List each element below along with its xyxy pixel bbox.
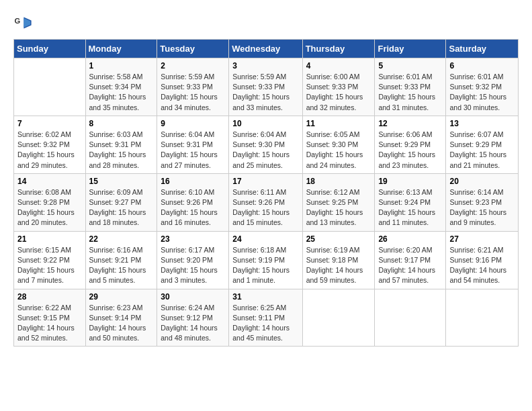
calendar-cell: 9Sunrise: 6:04 AM Sunset: 9:31 PM Daylig… [157, 116, 229, 173]
day-number: 23 [161, 234, 225, 244]
calendar-cell: 3Sunrise: 5:59 AM Sunset: 9:33 PM Daylig… [229, 58, 302, 116]
svg-text:G: G [14, 17, 20, 25]
calendar-cell: 8Sunrise: 6:03 AM Sunset: 9:31 PM Daylig… [85, 116, 157, 173]
day-number: 7 [17, 119, 82, 128]
day-number: 19 [378, 177, 442, 186]
calendar-cell: 17Sunrise: 6:11 AM Sunset: 9:26 PM Dayli… [229, 173, 302, 231]
calendar-cell: 10Sunrise: 6:04 AM Sunset: 9:30 PM Dayli… [229, 116, 302, 173]
calendar-cell: 29Sunrise: 6:23 AM Sunset: 9:14 PM Dayli… [85, 289, 157, 347]
day-number: 14 [17, 177, 82, 186]
calendar-week-row: 14Sunrise: 6:08 AM Sunset: 9:28 PM Dayli… [14, 173, 519, 231]
calendar-cell: 1Sunrise: 5:58 AM Sunset: 9:34 PM Daylig… [85, 58, 157, 116]
day-info: Sunrise: 6:05 AM Sunset: 9:30 PM Dayligh… [306, 130, 371, 171]
day-info: Sunrise: 6:13 AM Sunset: 9:24 PM Dayligh… [378, 187, 442, 228]
calendar-cell: 7Sunrise: 6:02 AM Sunset: 9:32 PM Daylig… [14, 116, 86, 173]
day-number: 30 [161, 292, 225, 302]
calendar-cell: 16Sunrise: 6:10 AM Sunset: 9:26 PM Dayli… [157, 173, 229, 231]
calendar-cell: 13Sunrise: 6:07 AM Sunset: 9:29 PM Dayli… [446, 116, 519, 173]
day-info: Sunrise: 6:04 AM Sunset: 9:30 PM Dayligh… [232, 130, 298, 171]
day-info: Sunrise: 5:59 AM Sunset: 9:33 PM Dayligh… [232, 72, 298, 113]
day-number: 16 [161, 177, 225, 186]
weekday-header-wednesday: Wednesday [229, 40, 302, 58]
weekday-header-sunday: Sunday [14, 40, 86, 58]
day-info: Sunrise: 6:00 AM Sunset: 9:33 PM Dayligh… [306, 72, 371, 113]
weekday-header-saturday: Saturday [446, 40, 519, 58]
day-number: 11 [306, 119, 371, 128]
calendar-week-row: 21Sunrise: 6:15 AM Sunset: 9:22 PM Dayli… [14, 231, 519, 289]
day-number: 25 [306, 234, 371, 244]
day-number: 8 [89, 119, 154, 128]
day-number: 13 [449, 119, 515, 128]
calendar-cell: 12Sunrise: 6:06 AM Sunset: 9:29 PM Dayli… [375, 116, 446, 173]
day-number: 17 [232, 177, 298, 186]
day-number: 29 [89, 292, 154, 302]
day-info: Sunrise: 5:58 AM Sunset: 9:34 PM Dayligh… [89, 72, 154, 113]
day-info: Sunrise: 6:24 AM Sunset: 9:12 PM Dayligh… [161, 303, 225, 344]
calendar-cell: 19Sunrise: 6:13 AM Sunset: 9:24 PM Dayli… [375, 173, 446, 231]
calendar-cell: 23Sunrise: 6:17 AM Sunset: 9:20 PM Dayli… [157, 231, 229, 289]
calendar-cell [14, 58, 86, 116]
day-info: Sunrise: 6:20 AM Sunset: 9:17 PM Dayligh… [378, 245, 442, 286]
calendar-cell: 2Sunrise: 5:59 AM Sunset: 9:33 PM Daylig… [157, 58, 229, 116]
calendar-cell: 11Sunrise: 6:05 AM Sunset: 9:30 PM Dayli… [302, 116, 375, 173]
calendar-cell: 30Sunrise: 6:24 AM Sunset: 9:12 PM Dayli… [157, 289, 229, 347]
day-number: 15 [89, 177, 154, 186]
calendar-body: 1Sunrise: 5:58 AM Sunset: 9:34 PM Daylig… [14, 58, 519, 347]
calendar-cell: 5Sunrise: 6:01 AM Sunset: 9:33 PM Daylig… [375, 58, 446, 116]
day-number: 2 [161, 61, 225, 71]
calendar-cell: 21Sunrise: 6:15 AM Sunset: 9:22 PM Dayli… [14, 231, 86, 289]
day-info: Sunrise: 6:15 AM Sunset: 9:22 PM Dayligh… [17, 245, 82, 286]
day-info: Sunrise: 6:11 AM Sunset: 9:26 PM Dayligh… [232, 187, 298, 228]
day-info: Sunrise: 6:23 AM Sunset: 9:14 PM Dayligh… [89, 303, 154, 344]
day-info: Sunrise: 6:02 AM Sunset: 9:32 PM Dayligh… [17, 130, 82, 171]
calendar-cell: 20Sunrise: 6:14 AM Sunset: 9:23 PM Dayli… [446, 173, 519, 231]
day-info: Sunrise: 6:09 AM Sunset: 9:27 PM Dayligh… [89, 187, 154, 228]
weekday-header-row: SundayMondayTuesdayWednesdayThursdayFrid… [14, 40, 519, 58]
calendar-cell: 31Sunrise: 6:25 AM Sunset: 9:11 PM Dayli… [229, 289, 302, 347]
calendar-cell: 25Sunrise: 6:19 AM Sunset: 9:18 PM Dayli… [302, 231, 375, 289]
day-info: Sunrise: 6:25 AM Sunset: 9:11 PM Dayligh… [232, 303, 298, 344]
calendar-cell: 18Sunrise: 6:12 AM Sunset: 9:25 PM Dayli… [302, 173, 375, 231]
day-info: Sunrise: 6:12 AM Sunset: 9:25 PM Dayligh… [306, 187, 371, 228]
calendar-cell: 26Sunrise: 6:20 AM Sunset: 9:17 PM Dayli… [375, 231, 446, 289]
calendar-cell [446, 289, 519, 347]
day-number: 21 [17, 234, 82, 244]
calendar-cell: 14Sunrise: 6:08 AM Sunset: 9:28 PM Dayli… [14, 173, 86, 231]
day-number: 20 [449, 177, 515, 186]
calendar-week-row: 28Sunrise: 6:22 AM Sunset: 9:15 PM Dayli… [14, 289, 519, 347]
day-number: 12 [378, 119, 442, 128]
day-number: 18 [306, 177, 371, 186]
calendar-cell: 22Sunrise: 6:16 AM Sunset: 9:21 PM Dayli… [85, 231, 157, 289]
day-number: 3 [232, 61, 298, 71]
day-info: Sunrise: 6:08 AM Sunset: 9:28 PM Dayligh… [17, 187, 82, 228]
calendar-cell: 24Sunrise: 6:18 AM Sunset: 9:19 PM Dayli… [229, 231, 302, 289]
day-info: Sunrise: 6:14 AM Sunset: 9:23 PM Dayligh… [449, 187, 515, 228]
weekday-header-tuesday: Tuesday [157, 40, 229, 58]
calendar-cell [375, 289, 446, 347]
calendar-cell: 28Sunrise: 6:22 AM Sunset: 9:15 PM Dayli… [14, 289, 86, 347]
day-number: 31 [232, 292, 298, 302]
day-number: 22 [89, 234, 154, 244]
day-number: 28 [17, 292, 82, 302]
calendar-cell: 27Sunrise: 6:21 AM Sunset: 9:16 PM Dayli… [446, 231, 519, 289]
day-info: Sunrise: 6:03 AM Sunset: 9:31 PM Dayligh… [89, 130, 154, 171]
weekday-header-thursday: Thursday [302, 40, 375, 58]
day-info: Sunrise: 5:59 AM Sunset: 9:33 PM Dayligh… [161, 72, 225, 113]
calendar-cell: 15Sunrise: 6:09 AM Sunset: 9:27 PM Dayli… [85, 173, 157, 231]
day-number: 1 [89, 61, 154, 71]
day-info: Sunrise: 6:10 AM Sunset: 9:26 PM Dayligh… [161, 187, 225, 228]
weekday-header-monday: Monday [85, 40, 157, 58]
calendar-cell: 6Sunrise: 6:01 AM Sunset: 9:32 PM Daylig… [446, 58, 519, 116]
logo: G [13, 13, 35, 32]
day-info: Sunrise: 6:19 AM Sunset: 9:18 PM Dayligh… [306, 245, 371, 286]
day-number: 27 [449, 234, 515, 244]
day-info: Sunrise: 6:21 AM Sunset: 9:16 PM Dayligh… [449, 245, 515, 286]
day-number: 26 [378, 234, 442, 244]
calendar-header: SundayMondayTuesdayWednesdayThursdayFrid… [14, 40, 519, 58]
day-info: Sunrise: 6:18 AM Sunset: 9:19 PM Dayligh… [232, 245, 298, 286]
logo-icon: G [13, 13, 32, 32]
day-number: 5 [378, 61, 442, 71]
calendar-cell [302, 289, 375, 347]
day-info: Sunrise: 6:06 AM Sunset: 9:29 PM Dayligh… [378, 130, 442, 171]
day-info: Sunrise: 6:01 AM Sunset: 9:33 PM Dayligh… [378, 72, 442, 113]
